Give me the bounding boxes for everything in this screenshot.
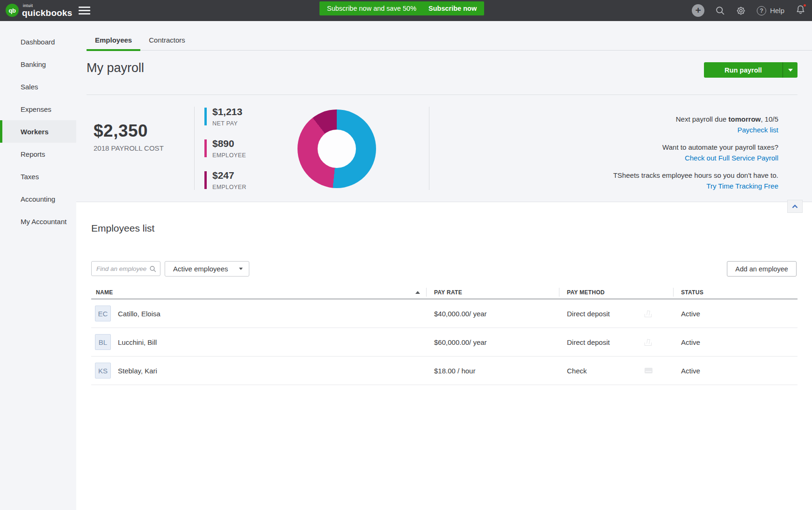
run-payroll-dropdown-caret[interactable] <box>783 62 798 78</box>
payroll-cost-block: $2,350 2018 PAYROLL COST <box>94 121 164 152</box>
notifications-bell-icon[interactable] <box>795 4 806 17</box>
employees-list-panel: Employees list Active employees Add an e… <box>76 202 812 510</box>
help-icon <box>757 6 766 15</box>
employee-name: Steblay, Kari <box>118 367 157 375</box>
status-cell: Active <box>674 367 798 375</box>
paycheck-list-link[interactable]: Paycheck list <box>737 126 778 134</box>
status-cell: Active <box>674 310 798 318</box>
employee-search-input[interactable] <box>92 265 149 272</box>
pay-method-text: Direct deposit <box>567 310 610 318</box>
stat-label: NET PAY <box>212 120 242 127</box>
page-header: My payroll Run payroll <box>87 51 798 95</box>
qb-logo-icon <box>6 4 19 17</box>
full-service-payroll-link[interactable]: Check out Full Service Payroll <box>685 154 778 162</box>
employee-name-cell[interactable]: BL Lucchini, Bill <box>91 334 427 350</box>
main-content: Employees Contractors My payroll Run pay… <box>76 21 812 510</box>
sidebar-item-accounting[interactable]: Accounting <box>0 188 76 210</box>
automate-taxes-notice: Want to automate your payroll taxes? Che… <box>613 142 778 163</box>
stat-value: $890 <box>212 138 246 149</box>
check-payment-icon <box>645 367 653 374</box>
add-employee-button[interactable]: Add an employee <box>727 261 797 277</box>
employee-name-cell[interactable]: KS Steblay, Kari <box>91 363 427 379</box>
table-header-row: NAME PAY RATE PAY METHOD STATUS <box>91 286 798 299</box>
gear-icon[interactable] <box>736 6 746 16</box>
column-header-status: STATUS <box>674 286 798 299</box>
topbar-actions: Help <box>692 0 806 21</box>
chevron-up-icon <box>792 204 798 209</box>
notice-text: Want to automate your payroll taxes? <box>613 142 778 153</box>
create-plus-icon[interactable] <box>692 4 704 17</box>
payroll-notices: Next payroll due tomorrow, 10/5 Paycheck… <box>613 114 778 198</box>
employee-status-filter[interactable]: Active employees <box>165 261 249 277</box>
pay-rate-cell: $40,000.00/ year <box>427 310 559 318</box>
sidebar-item-my-accountant[interactable]: My Accountant <box>0 210 76 233</box>
employee-search-box <box>91 261 160 276</box>
payroll-stats: $1,213 NET PAY $890 EMPLOYEE $247 EMPLOY… <box>204 106 246 202</box>
chevron-down-icon <box>788 69 793 72</box>
stat-color-bar <box>204 139 207 157</box>
employee-name-cell[interactable]: EC Catillo, Eloisa <box>91 306 427 321</box>
column-header-pay-rate: PAY RATE <box>427 286 559 299</box>
stat-label: EMPLOYEE <box>212 152 246 159</box>
pay-method-text: Check <box>567 367 587 375</box>
time-tracking-link[interactable]: Try Time Tracking Free <box>706 182 778 190</box>
intuit-wordmark: intuit <box>23 4 72 8</box>
sidebar-item-dashboard[interactable]: Dashboard <box>0 30 76 53</box>
workers-tabs: Employees Contractors <box>76 21 812 51</box>
chevron-down-icon <box>239 268 243 270</box>
collapse-summary-button[interactable] <box>787 200 803 213</box>
notification-dot <box>803 3 807 7</box>
search-icon[interactable] <box>715 6 725 15</box>
table-row[interactable]: EC Catillo, Eloisa $40,000.00/ year Dire… <box>91 299 798 328</box>
subscribe-banner[interactable]: Subscribe now and save 50% Subscribe now <box>319 1 484 15</box>
pay-rate-cell: $18.00 / hour <box>427 367 559 375</box>
avatar: KS <box>95 363 111 379</box>
sidebar-item-workers[interactable]: Workers <box>0 120 76 143</box>
stat-value: $1,213 <box>212 106 242 117</box>
stat-employee: $890 EMPLOYEE <box>204 138 246 159</box>
help-label: Help <box>770 7 784 15</box>
pay-method-cell: Check <box>559 357 674 385</box>
sidebar-item-sales[interactable]: Sales <box>0 75 76 98</box>
status-cell: Active <box>674 338 798 346</box>
stat-color-bar <box>204 171 207 189</box>
avatar: BL <box>95 334 111 350</box>
sidebar-item-reports[interactable]: Reports <box>0 143 76 165</box>
employees-list-heading: Employees list <box>91 223 154 234</box>
table-row[interactable]: BL Lucchini, Bill $60,000.00/ year Direc… <box>91 328 798 357</box>
hamburger-menu-icon[interactable] <box>79 7 90 15</box>
column-header-pay-method: PAY METHOD <box>559 286 674 299</box>
pay-method-cell: Direct deposit <box>559 328 674 356</box>
pay-method-text: Direct deposit <box>567 338 610 346</box>
quickbooks-logo[interactable]: intuit quickbooks <box>6 4 72 17</box>
help-button[interactable]: Help <box>757 6 784 15</box>
payroll-cost-label: 2018 PAYROLL COST <box>94 144 164 152</box>
page-title: My payroll <box>87 61 144 75</box>
pay-rate-cell: $60,000.00/ year <box>427 338 559 346</box>
sidebar-item-banking[interactable]: Banking <box>0 53 76 75</box>
stat-label: EMPLOYER <box>212 184 246 190</box>
vertical-divider <box>194 107 195 190</box>
employees-table: NAME PAY RATE PAY METHOD STATUS EC Catil… <box>91 286 798 385</box>
employee-name: Catillo, Eloisa <box>118 310 160 318</box>
left-navigation-sidebar: Dashboard Banking Sales Expenses Workers… <box>0 21 76 510</box>
tab-employees[interactable]: Employees <box>87 36 140 50</box>
direct-deposit-icon <box>645 338 653 346</box>
direct-deposit-icon <box>645 310 653 317</box>
sidebar-item-taxes[interactable]: Taxes <box>0 165 76 188</box>
column-header-name[interactable]: NAME <box>91 286 427 299</box>
payroll-donut-chart <box>297 109 376 188</box>
sidebar-item-expenses[interactable]: Expenses <box>0 98 76 120</box>
run-payroll-button[interactable]: Run payroll <box>704 62 798 78</box>
subscribe-now-button[interactable]: Subscribe now <box>428 5 477 12</box>
table-row[interactable]: KS Steblay, Kari $18.00 / hour Check Act… <box>91 357 798 385</box>
avatar: EC <box>95 306 111 321</box>
pay-method-cell: Direct deposit <box>559 299 674 328</box>
brand-wordmark: intuit quickbooks <box>22 4 72 17</box>
stat-employer: $247 EMPLOYER <box>204 170 246 190</box>
run-payroll-label[interactable]: Run payroll <box>704 62 783 78</box>
quickbooks-wordmark: quickbooks <box>22 8 72 17</box>
tab-contractors[interactable]: Contractors <box>140 36 194 50</box>
top-navigation-bar: intuit quickbooks Subscribe now and save… <box>0 0 812 21</box>
search-icon <box>149 265 156 272</box>
